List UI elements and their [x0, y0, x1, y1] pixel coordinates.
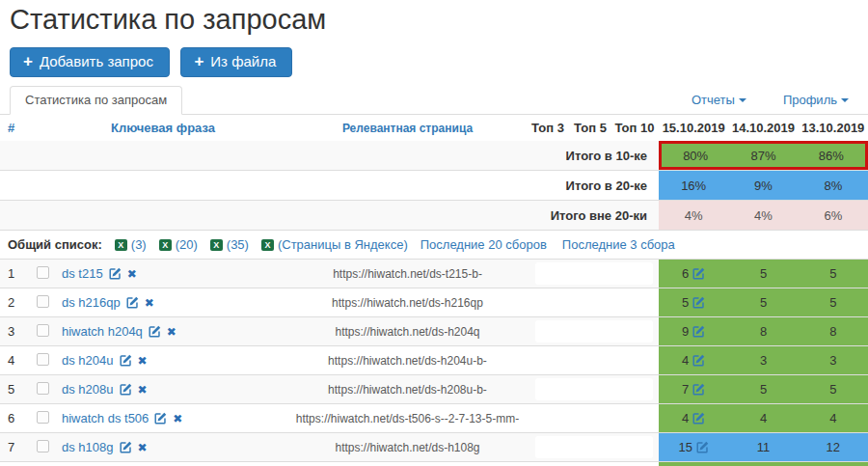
column-header-phrase[interactable]: Ключевая фраза: [37, 121, 289, 135]
position-input[interactable]: [535, 378, 653, 400]
position-value: 5: [829, 295, 836, 310]
position-input[interactable]: [535, 320, 653, 343]
keyword-link[interactable]: hiwatch h204q: [62, 324, 143, 339]
chevron-down-icon: [739, 98, 746, 102]
edit-icon[interactable]: [109, 267, 122, 280]
add-query-button[interactable]: +Добавить запрос: [10, 47, 170, 77]
column-header-page[interactable]: Релевантная страница: [289, 122, 526, 135]
edit-icon[interactable]: [692, 354, 705, 367]
row-checkbox[interactable]: [37, 295, 49, 308]
profile-menu[interactable]: Профиль: [783, 93, 849, 114]
keyword-link[interactable]: ds h204u: [62, 353, 114, 368]
column-header-num[interactable]: #: [0, 121, 37, 135]
excel-export-link[interactable]: X(20): [159, 237, 198, 252]
position-input[interactable]: [535, 291, 653, 314]
summary-value: 16%: [659, 171, 728, 200]
edit-icon[interactable]: [692, 267, 705, 280]
position-input[interactable]: [535, 407, 653, 429]
delete-icon[interactable]: ✖: [145, 297, 154, 309]
row-checkbox[interactable]: [37, 411, 49, 424]
column-header-top5[interactable]: Топ 5: [570, 121, 610, 135]
export-bar-label: Общий список:: [8, 237, 102, 252]
delete-icon[interactable]: ✖: [167, 326, 176, 338]
row-number: 6: [0, 411, 37, 425]
excel-icon: X: [210, 239, 223, 251]
excel-export-link[interactable]: X(Страницы в Яндексе): [261, 237, 408, 252]
keyword-link[interactable]: ds h208u: [62, 382, 114, 397]
relevant-url: https://hiwatch.net/ds-h216qp: [289, 296, 526, 310]
summary-row-top10: Итого в 10-ке 80% 87% 86%: [0, 141, 868, 171]
excel-export-link[interactable]: X(35): [210, 237, 249, 252]
position-input[interactable]: [535, 349, 653, 371]
position-value: 15: [678, 440, 692, 454]
position-value: 3: [829, 353, 836, 368]
edit-icon[interactable]: [149, 325, 161, 338]
table-row: 6 hiwatch ds t506 ✖ https://hiwatch.net/…: [0, 404, 868, 433]
edit-icon[interactable]: [692, 412, 705, 425]
edit-icon[interactable]: [126, 296, 139, 309]
row-checkbox[interactable]: [37, 353, 49, 366]
table-row: 7 ds h108g ✖ https://hiwatch.net/ds-h108…: [0, 433, 868, 462]
position-value: 11: [757, 440, 771, 454]
collection-link[interactable]: Последние 3 сбора: [562, 237, 675, 252]
row-checkbox[interactable]: [37, 440, 49, 452]
statistics-table: # Ключевая фраза Релевантная страница То…: [0, 115, 868, 466]
positions-block: 4 3 3: [659, 346, 868, 374]
row-number: 5: [0, 382, 37, 397]
delete-icon[interactable]: ✖: [138, 355, 148, 367]
position-value: 7: [682, 382, 689, 397]
collection-link[interactable]: Последние 20 сборов: [420, 237, 547, 252]
summary-value: 9%: [728, 171, 798, 200]
column-header-top3[interactable]: Топ 3: [526, 121, 570, 135]
edit-icon[interactable]: [120, 383, 132, 396]
delete-icon[interactable]: ✖: [138, 442, 148, 453]
summary-values-top10: 80% 87% 86%: [659, 141, 868, 170]
summary-value: 86%: [798, 144, 865, 167]
positions-block: 9 8 8: [659, 317, 868, 345]
summary-value: 87%: [729, 144, 797, 167]
reports-menu[interactable]: Отчеты: [692, 93, 746, 114]
relevant-url: https://hiwatch.net/ds-t215-b-: [289, 267, 526, 281]
position-input[interactable]: [535, 436, 653, 458]
edit-icon[interactable]: [692, 325, 705, 338]
table-row: 2 ds h216qp ✖ https://hiwatch.net/ds-h21…: [0, 288, 868, 317]
position-value: 12: [827, 440, 840, 454]
row-checkbox[interactable]: [37, 324, 49, 337]
delete-icon[interactable]: ✖: [138, 384, 148, 396]
from-file-button[interactable]: +Из файла: [180, 47, 292, 77]
plus-icon: +: [194, 52, 203, 70]
edit-icon[interactable]: [692, 296, 705, 309]
plus-icon: +: [23, 52, 33, 70]
row-number: 7: [0, 440, 37, 454]
summary-row-out20: Итого вне 20-ки 4% 4% 6%: [0, 201, 868, 231]
row-checkbox[interactable]: [37, 266, 49, 279]
relevant-url: https://hiwatch.net/ds-t506-s--2-7-13-5-…: [289, 412, 526, 425]
summary-label: Итого в 20-ке: [0, 178, 659, 193]
position-value: 4: [682, 411, 689, 425]
collection-links-group: Последние 20 сборовПоследние 3 сбора: [420, 237, 675, 252]
tab-statistics[interactable]: Статистика по запросам: [10, 86, 182, 115]
column-header-date[interactable]: 13.10.2019: [799, 115, 868, 141]
keyword-link[interactable]: ds h108g: [62, 440, 114, 454]
summary-values-out20: 4% 4% 6%: [659, 201, 868, 230]
keyword-link[interactable]: hiwatch ds t506: [62, 411, 149, 425]
edit-icon[interactable]: [120, 441, 132, 453]
row-checkbox[interactable]: [37, 382, 49, 395]
position-input[interactable]: [535, 262, 653, 285]
edit-icon[interactable]: [696, 441, 709, 453]
positions-block: 4 4 4: [659, 404, 868, 432]
excel-links-group: X(3)X(20)X(35)X(Страницы в Яндексе): [115, 237, 408, 252]
delete-icon[interactable]: ✖: [127, 268, 137, 280]
edit-icon[interactable]: [692, 383, 705, 396]
column-header-date[interactable]: 14.10.2019: [728, 115, 798, 141]
edit-icon[interactable]: [120, 354, 132, 367]
column-header-date[interactable]: 15.10.2019: [659, 115, 728, 141]
summary-values-top20: 16% 9% 8%: [659, 171, 868, 200]
keyword-link[interactable]: ds h216qp: [62, 295, 121, 310]
excel-export-link[interactable]: X(3): [115, 237, 147, 252]
column-header-top10[interactable]: Топ 10: [610, 121, 659, 135]
keyword-link[interactable]: ds t215: [62, 266, 103, 281]
delete-icon[interactable]: ✖: [173, 413, 182, 425]
edit-icon[interactable]: [154, 412, 167, 425]
summary-value: 6%: [799, 201, 868, 230]
